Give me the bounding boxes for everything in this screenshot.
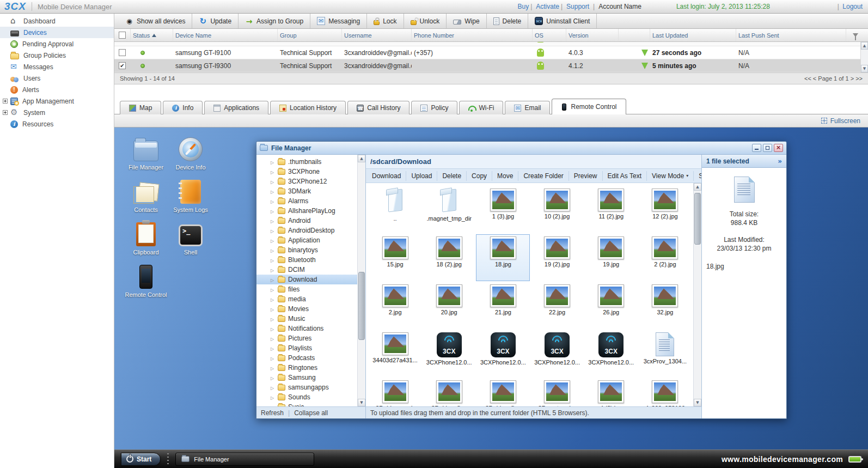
fullscreen-link[interactable]: Fullscreen <box>830 117 860 125</box>
expand-arrow-icon[interactable] <box>271 158 275 166</box>
file-item[interactable]: 3CX 1 (3).jpg <box>476 186 530 233</box>
scroll-up-icon[interactable]: ▲ <box>861 42 868 50</box>
folder-tree-item[interactable]: Notifications <box>256 324 357 333</box>
file-item[interactable]: 3CX 2.jpg <box>368 282 422 329</box>
sidebar-item[interactable]: System <box>0 107 114 118</box>
expand-arrow-icon[interactable] <box>271 393 275 401</box>
file-item[interactable]: 3CX 4 (2).jpg <box>584 378 638 406</box>
sidebar-item[interactable]: Resources <box>0 118 114 130</box>
folder-tree-item[interactable]: media <box>256 294 357 304</box>
header-link[interactable]: Support <box>559 3 589 10</box>
column-status[interactable]: Status <box>131 29 173 41</box>
folder-tree-item[interactable]: AndroidDesktop <box>256 226 357 235</box>
column-last-updated[interactable]: Last Updated <box>650 29 736 41</box>
file-item[interactable]: 3CX 3CXPhone12.0... <box>476 330 530 377</box>
file-action[interactable]: Edit As Text <box>603 171 647 181</box>
folder-tree-item[interactable]: Svoic <box>256 402 357 406</box>
expander-icon[interactable] <box>3 110 8 115</box>
device-tab[interactable]: Wi-Fi <box>459 101 503 114</box>
expand-arrow-icon[interactable] <box>271 246 275 254</box>
file-action[interactable]: View Mode <box>647 171 694 181</box>
sidebar-item[interactable]: App Management <box>0 95 114 107</box>
taskbar-task-file-manager[interactable]: File Manager <box>175 453 314 466</box>
table-scrollbar[interactable]: ▲ ▼ <box>860 42 868 72</box>
file-action[interactable]: Upload <box>406 171 437 181</box>
device-tab[interactable]: Map <box>120 101 161 114</box>
device-tab[interactable]: Remote Control <box>552 99 626 114</box>
expand-arrow-icon[interactable] <box>271 266 275 273</box>
expand-arrow-icon[interactable] <box>271 168 275 175</box>
expand-arrow-icon[interactable] <box>271 187 275 195</box>
row-checkbox[interactable] <box>119 62 126 69</box>
file-item[interactable]: 3CX 32.jpg <box>638 282 692 329</box>
folder-tree-item[interactable]: 3CXPhone12 <box>256 177 357 186</box>
folder-tree-item[interactable]: DCIM <box>256 265 357 275</box>
desktop-icon[interactable]: Contacts <box>124 179 168 221</box>
sidebar-item[interactable]: Group Policies <box>0 50 114 61</box>
device-tab[interactable]: Policy <box>411 101 457 114</box>
file-action[interactable]: Copy <box>467 171 492 181</box>
toolbar-button[interactable]: Uninstall Client <box>528 14 597 28</box>
folder-tree-item[interactable]: Sounds <box>256 392 357 402</box>
scrollbar-thumb[interactable] <box>694 193 701 245</box>
toolbar-button[interactable]: Update <box>192 14 239 28</box>
file-item[interactable]: 3CX 3D_blue_eyeb <box>368 378 422 406</box>
expander-icon[interactable] <box>3 99 8 104</box>
select-all-checkbox[interactable] <box>119 32 126 39</box>
file-item[interactable]: 3CX .. <box>368 186 422 233</box>
filter-cell[interactable] <box>846 29 868 41</box>
toolbar-button[interactable]: Lock <box>367 14 404 28</box>
device-tab[interactable]: Email <box>505 101 550 114</box>
expand-arrow-icon[interactable] <box>271 236 275 244</box>
folder-tree-item[interactable]: Android <box>256 216 357 226</box>
scroll-down-icon[interactable]: ▼ <box>861 65 868 72</box>
column-device-name[interactable]: Device Name <box>173 29 278 41</box>
minimize-icon[interactable] <box>752 144 761 152</box>
folder-tree-item[interactable]: binarytoys <box>256 245 357 255</box>
sidebar-item[interactable]: Alerts <box>0 84 114 95</box>
sidebar-item[interactable]: Users <box>0 72 114 84</box>
folder-tree-item[interactable]: AllsharePlayLog <box>256 206 357 216</box>
logout-link[interactable]: Logout <box>838 3 863 10</box>
scroll-down-icon[interactable]: ▼ <box>358 399 365 406</box>
file-item[interactable]: 3CX 18 (2).jpg <box>422 234 476 281</box>
expand-arrow-icon[interactable] <box>271 335 275 342</box>
desktop-icon[interactable]: System Logs <box>169 179 212 221</box>
file-item[interactable]: 3CX 3D_blue_fluo <box>476 378 530 406</box>
folder-tree-item[interactable]: Playlists <box>256 343 357 353</box>
folder-tree-item[interactable]: .thumbnails <box>256 157 357 167</box>
expand-arrow-icon[interactable] <box>271 364 275 372</box>
file-item[interactable]: 3CX 19 (2).jpg <box>530 234 584 281</box>
device-tab[interactable]: Applications <box>204 101 268 114</box>
folder-tree-item[interactable]: Bluetooth <box>256 255 357 265</box>
filter-icon[interactable] <box>853 33 858 37</box>
file-item[interactable]: 3CX 20.jpg <box>422 282 476 329</box>
column-version[interactable]: Version <box>566 29 619 41</box>
tree-footer-link[interactable]: Collapse all <box>284 409 328 417</box>
expand-arrow-icon[interactable] <box>271 207 275 215</box>
expand-arrow-icon[interactable] <box>271 354 275 362</box>
header-link[interactable]: Activate <box>529 3 559 10</box>
folder-tree-item[interactable]: Movies <box>256 304 357 314</box>
account-name[interactable]: Account Name <box>591 3 641 10</box>
file-item[interactable]: 3CX 3D_water_dro <box>530 378 584 406</box>
file-item[interactable]: 3CX 34403d27a431... <box>368 330 422 377</box>
folder-tree-item[interactable]: 3DMark <box>256 186 357 196</box>
expand-arrow-icon[interactable] <box>271 227 275 234</box>
file-item[interactable]: 3CX 10 (2).jpg <box>530 186 584 233</box>
file-item[interactable]: 3CX 3D_blue_fluo <box>422 378 476 406</box>
scroll-down-icon[interactable]: ▼ <box>694 399 701 406</box>
device-table-row[interactable]: samsung GT-I9100 Technical Support 3cxan… <box>114 46 868 59</box>
desktop-icon[interactable]: Clipboard <box>124 221 168 264</box>
expand-arrow-icon[interactable] <box>271 305 275 313</box>
device-table-row[interactable]: samsung GT-I9300 Technical Support 3cxan… <box>114 59 868 72</box>
select-all-checkbox-cell[interactable] <box>114 29 131 41</box>
folder-tree-item[interactable]: Ringtones <box>256 363 357 373</box>
file-item[interactable]: 3CX 3CXPhone12.0... <box>422 330 476 377</box>
toolbar-button[interactable]: Delete <box>487 14 529 28</box>
file-item[interactable]: 3CX 26.jpg <box>584 282 638 329</box>
toolbar-button[interactable]: Wipe <box>447 14 486 28</box>
scrollbar-thumb[interactable] <box>358 272 365 340</box>
folder-tree-item[interactable]: 3CXPhone <box>256 167 357 177</box>
maximize-icon[interactable] <box>763 144 772 152</box>
